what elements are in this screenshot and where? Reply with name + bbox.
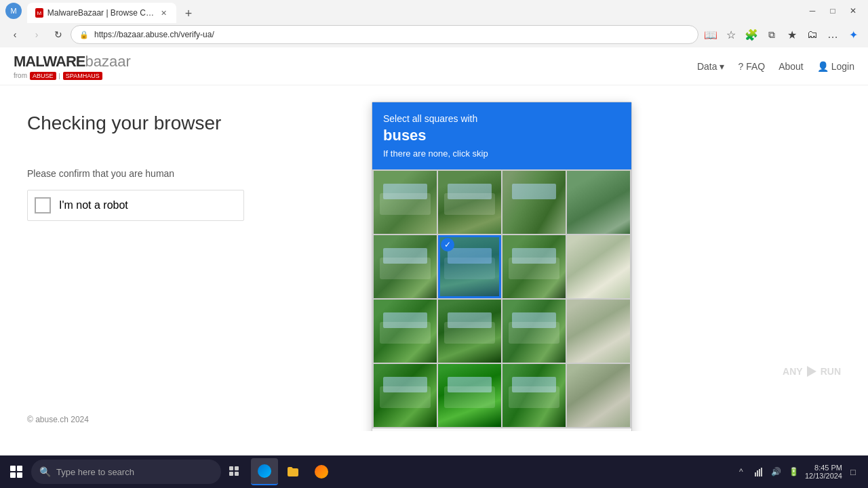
site-logo: MALWAREbazaar from ABUSE | SPAMHAUS <box>14 53 131 80</box>
svg-rect-7 <box>755 472 756 476</box>
captcha-cell-r1c3[interactable] <box>502 171 566 234</box>
logo-pipe: | <box>59 73 60 79</box>
svg-rect-10 <box>761 468 762 476</box>
svg-rect-8 <box>757 470 758 476</box>
taskbar-search[interactable]: 🔍 Type here to search <box>31 460 221 484</box>
address-bar[interactable]: 🔒 https://bazaar.abuse.ch/verify-ua/ <box>71 25 698 44</box>
active-tab[interactable]: M MalwareBazaar | Browse Checkin... ✕ <box>27 3 176 23</box>
spamhaus-badge: SPAMHAUS <box>63 72 102 80</box>
lock-icon: 🔒 <box>79 30 89 39</box>
tab-favicon: M <box>35 8 43 18</box>
captcha-prompt: Select all squares with <box>383 113 620 124</box>
refresh-button[interactable]: ↻ <box>49 25 68 44</box>
not-robot-checkbox[interactable] <box>35 197 51 214</box>
favorites-menu-button[interactable]: ★ <box>783 25 802 44</box>
edge-icon <box>258 464 271 478</box>
not-robot-label: I'm not a robot <box>59 199 128 211</box>
firefox-icon <box>315 465 328 479</box>
taskbar: 🔍 Type here to search ^ <box>0 455 868 488</box>
nav-login[interactable]: 👤 Login <box>817 61 854 72</box>
notification-icon[interactable]: □ <box>846 465 860 479</box>
taskbar-explorer-app[interactable] <box>279 458 307 485</box>
new-tab-button[interactable]: + <box>179 4 198 23</box>
tab-close-btn[interactable]: ✕ <box>159 7 168 18</box>
user-icon: 👤 <box>817 61 829 72</box>
svg-rect-9 <box>759 469 760 476</box>
captcha-cell-r2c3[interactable] <box>502 235 566 298</box>
volume-icon[interactable]: 🔊 <box>770 465 783 479</box>
svg-rect-3 <box>229 466 233 470</box>
captcha-cell-r1c4[interactable] <box>567 171 630 234</box>
read-aloud-button[interactable]: 📖 <box>701 25 720 44</box>
copilot-button[interactable]: ✦ <box>844 25 863 44</box>
taskbar-tray: ^ 🔊 🔋 8:45 PM 12/13/2024 □ <box>734 464 865 480</box>
site-nav: MALWAREbazaar from ABUSE | SPAMHAUS Data… <box>0 47 868 85</box>
favorites-button[interactable]: ☆ <box>722 25 741 44</box>
title-bar-controls: M <box>5 3 22 19</box>
captcha-cell-r4c1[interactable] <box>374 364 437 427</box>
svg-rect-6 <box>235 472 239 476</box>
tray-clock[interactable]: 8:45 PM 12/13/2024 <box>805 464 842 480</box>
browser-chrome: M M MalwareBazaar | Browse Checkin... ✕ … <box>0 0 868 47</box>
profile-icon[interactable]: M <box>5 3 22 19</box>
logo-bazaar: bazaar <box>85 53 130 70</box>
taskbar-edge-app[interactable] <box>251 458 278 485</box>
toolbar-icons: 📖 ☆ 🧩 ⧉ ★ 🗂 … ✦ <box>701 25 863 44</box>
nav-links: Data ▾ ? FAQ About 👤 Login <box>697 61 854 72</box>
start-button[interactable] <box>3 458 30 485</box>
logo-malware: MALWARE <box>14 53 85 70</box>
selected-checkmark: ✓ <box>441 238 454 251</box>
battery-icon[interactable]: 🔋 <box>787 465 801 479</box>
captcha-cell-r2c4[interactable] <box>567 235 630 298</box>
captcha-cell-r3c1[interactable] <box>374 300 437 363</box>
abuse-badge: ABUSE <box>30 72 56 80</box>
page-content: MALWAREbazaar from ABUSE | SPAMHAUS Data… <box>0 47 868 431</box>
captcha-widget: Select all squares with buses If there a… <box>372 102 632 431</box>
logo-from-text: from <box>14 72 27 79</box>
captcha-cell-r4c3[interactable] <box>502 364 566 427</box>
captcha-cell-r4c2[interactable] <box>438 364 501 427</box>
collections-button[interactable]: 🗂 <box>803 25 822 44</box>
nav-data[interactable]: Data ▾ <box>697 61 725 72</box>
logo-abuse: from ABUSE | SPAMHAUS <box>14 72 131 80</box>
maximize-button[interactable]: □ <box>823 3 842 18</box>
address-bar-row: ‹ › ↻ 🔒 https://bazaar.abuse.ch/verify-u… <box>0 22 868 47</box>
captcha-cell-r2c2[interactable]: ✓ <box>438 235 501 298</box>
split-button[interactable]: ⧉ <box>762 25 781 44</box>
extensions-button[interactable]: 🧩 <box>742 25 761 44</box>
captcha-cell-r4c4[interactable] <box>567 364 630 427</box>
tab-bar: M MalwareBazaar | Browse Checkin... ✕ + <box>22 0 803 23</box>
captcha-cell-r1c2[interactable] <box>438 171 501 234</box>
taskbar-pinned-apps <box>251 458 335 485</box>
close-button[interactable]: ✕ <box>844 3 863 18</box>
minimize-button[interactable]: ─ <box>803 3 822 18</box>
captcha-cell-r3c3[interactable] <box>502 300 566 363</box>
chevron-down-icon: ▾ <box>719 61 724 72</box>
tab-title: MalwareBazaar | Browse Checkin... <box>47 8 155 18</box>
windows-icon <box>10 466 22 478</box>
svg-rect-4 <box>235 466 239 470</box>
search-placeholder: Type here to search <box>56 467 134 477</box>
back-button[interactable]: ‹ <box>5 25 24 44</box>
taskbar-firefox-app[interactable] <box>308 458 335 485</box>
search-icon: 🔍 <box>39 466 51 477</box>
svg-rect-5 <box>229 472 233 476</box>
url-display: https://bazaar.abuse.ch/verify-ua/ <box>94 30 214 39</box>
forward-button[interactable]: › <box>27 25 46 44</box>
more-button[interactable]: … <box>823 25 842 44</box>
captcha-footer: ↺ VERIFY <box>372 428 631 431</box>
nav-about[interactable]: About <box>778 61 804 72</box>
captcha-cell-r3c2[interactable] <box>438 300 501 363</box>
folder-icon <box>286 465 300 479</box>
captcha-cell-r1c1[interactable] <box>374 171 437 234</box>
captcha-sub-text: If there are none, click skip <box>383 148 620 159</box>
tray-up-icon[interactable]: ^ <box>734 465 748 479</box>
network-icon[interactable] <box>752 465 766 479</box>
captcha-cell-r2c1[interactable] <box>374 235 437 298</box>
nav-faq[interactable]: ? FAQ <box>738 61 765 72</box>
checkbox-area[interactable]: I'm not a robot <box>27 190 244 221</box>
captcha-header: Select all squares with buses If there a… <box>372 102 631 169</box>
window-controls: ─ □ ✕ <box>803 3 863 18</box>
captcha-cell-r3c4[interactable] <box>567 300 630 363</box>
task-view-button[interactable] <box>222 458 247 485</box>
